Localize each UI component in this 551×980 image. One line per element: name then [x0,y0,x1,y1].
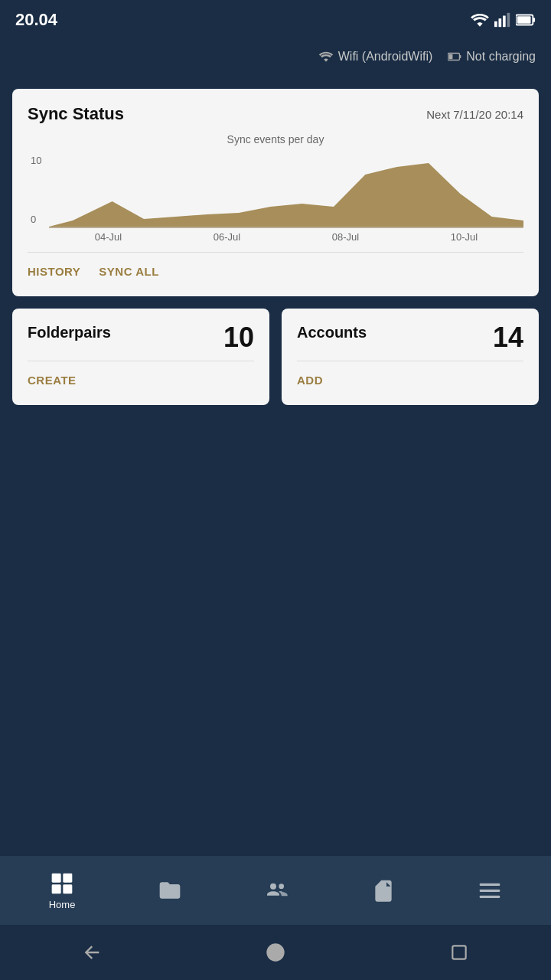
sync-status-card: Sync Status Next 7/11/20 20:14 Sync even… [12,89,539,296]
svg-point-17 [279,884,285,889]
sync-next: Next 7/11/20 20:14 [426,108,523,121]
folderpairs-divider [28,361,254,361]
svg-rect-13 [63,873,72,882]
home-icon [50,871,74,896]
chart-area: Sync events per day 10 0 04-Jul 0 [28,133,523,243]
x-label-3: 10-Jul [451,231,478,243]
status-bar: 20.04 [0,0,551,37]
folderpairs-title: Folderpairs [28,324,111,341]
wifi-icon [318,51,334,63]
svg-rect-2 [503,16,506,28]
info-bar: Wifi (AndroidWifi) Not charging [0,37,551,77]
svg-rect-8 [460,55,461,58]
svg-marker-10 [49,163,523,228]
svg-rect-0 [494,21,497,27]
status-time: 20.04 [15,10,57,30]
android-recent-button[interactable] [448,941,471,964]
svg-rect-3 [507,13,510,27]
back-icon [81,942,103,963]
home-circle-icon [265,942,286,963]
svg-rect-23 [452,946,465,959]
svg-rect-20 [480,896,500,898]
folders-icon [158,878,182,903]
sync-card-title: Sync Status [28,104,124,124]
people-icon [264,878,289,903]
nav-menu[interactable] [468,872,511,909]
nav-accounts[interactable] [255,872,298,909]
main-content: Sync Status Next 7/11/20 20:14 Sync even… [0,77,551,856]
android-home-button[interactable] [264,941,287,964]
cards-row: Folderpairs 10 CREATE Accounts 14 ADD [12,309,539,405]
svg-rect-9 [449,54,453,59]
recent-icon [449,942,469,962]
svg-rect-15 [63,884,72,893]
accounts-card: Accounts 14 ADD [282,309,539,405]
bottom-nav: Home [0,856,551,925]
accounts-count: 14 [493,324,523,351]
history-button[interactable]: HISTORY [28,262,80,281]
svg-rect-6 [517,16,531,23]
status-icons [470,12,536,28]
accounts-divider [297,361,523,361]
battery-icon [516,13,536,27]
accounts-title: Accounts [297,324,367,341]
chart-title: Sync events per day [28,133,523,145]
svg-rect-19 [480,890,500,892]
chart-x-labels: 04-Jul 06-Jul 08-Jul 10-Jul [28,231,523,243]
svg-point-16 [270,884,276,890]
android-back-button[interactable] [80,941,103,964]
create-button[interactable]: CREATE [28,371,77,390]
wifi-label: Wifi (AndroidWifi) [338,50,433,64]
sd-card-icon [371,878,396,903]
svg-point-22 [266,943,284,961]
folderpairs-count: 10 [223,324,254,351]
wifi-info: Wifi (AndroidWifi) [318,50,433,64]
sync-chart [49,152,523,228]
menu-icon [478,878,502,903]
wifi-status-icon [470,12,490,28]
svg-rect-18 [480,884,500,886]
x-label-2: 08-Jul [332,231,359,243]
signal-icon [494,12,511,28]
battery-label: Not charging [466,50,536,64]
svg-rect-12 [52,873,61,882]
sync-all-button[interactable]: SYNC ALL [99,262,158,281]
svg-rect-5 [533,18,535,22]
nav-folders[interactable] [148,872,191,909]
svg-marker-21 [85,946,99,959]
sync-card-header: Sync Status Next 7/11/20 20:14 [28,104,523,124]
battery-info: Not charging [448,50,536,64]
nav-home-label: Home [49,899,76,910]
y-label-min: 0 [31,214,43,225]
sync-card-actions: HISTORY SYNC ALL [28,262,523,281]
folderpairs-card: Folderpairs 10 CREATE [12,309,269,405]
x-label-1: 06-Jul [214,231,240,243]
nav-storage[interactable] [362,872,405,909]
svg-rect-14 [52,884,61,893]
x-label-0: 04-Jul [95,231,122,243]
y-label-max: 10 [31,155,43,166]
accounts-header: Accounts 14 [297,324,523,351]
battery-small-icon [448,51,461,62]
android-nav [0,925,551,980]
sync-card-divider [28,252,523,253]
nav-home[interactable]: Home [40,865,85,916]
folderpairs-header: Folderpairs 10 [28,324,254,351]
add-button[interactable]: ADD [297,371,323,390]
svg-rect-1 [499,18,502,27]
